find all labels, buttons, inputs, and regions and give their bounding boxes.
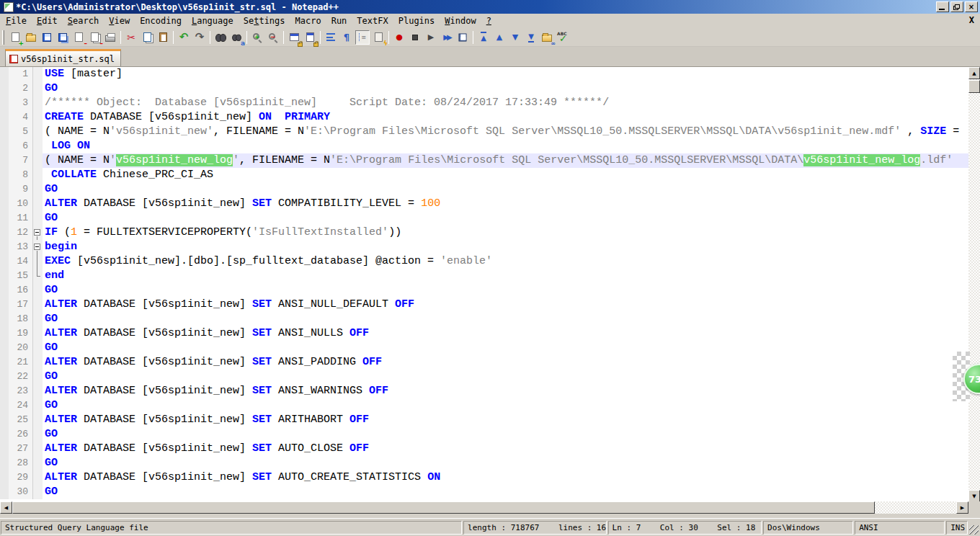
code-text[interactable]: IF (1 = FULLTEXTSERVICEPROPERTY('IsFullT… [43,225,968,240]
code-line-1[interactable]: 1USE [master] [0,67,968,81]
code-line-22[interactable]: 22GO [0,370,968,384]
code-text[interactable]: begin [43,240,968,254]
code-text[interactable]: GO [43,312,968,326]
code-text[interactable]: GO [43,370,968,384]
run-macro-multiple-icon[interactable]: ▶▶ [440,30,454,45]
bookmark-margin[interactable] [0,153,9,168]
bookmark-margin[interactable] [0,168,9,182]
line-number[interactable]: 15 [9,269,33,283]
code-text[interactable]: ALTER DATABASE [v56sp1init_new] SET ANSI… [43,298,968,312]
bookmark-margin[interactable] [0,355,9,370]
line-number[interactable]: 1 [9,67,33,81]
sync-vertical-scroll-icon[interactable] [287,30,301,45]
menu-item-help[interactable]: ? [481,14,496,27]
undo-icon[interactable]: ↶ [177,30,191,45]
bookmark-margin[interactable] [0,398,9,413]
code-text[interactable]: GO [43,398,968,413]
code-line-14[interactable]: 14EXEC [v56sp1init_new].[dbo].[sp_fullte… [0,254,968,269]
close-all-icon[interactable]: – [87,30,102,45]
code-text[interactable]: GO [43,283,968,298]
collapse-level-icon[interactable]: ▲ [492,30,507,45]
menubar-close-doc-x[interactable]: X [969,15,974,25]
code-line-23[interactable]: 23ALTER DATABASE [v56sp1init_new] SET AN… [0,384,968,398]
bookmark-margin[interactable] [0,384,9,398]
code-text[interactable]: ALTER DATABASE [v56sp1init_new] SET AUTO… [43,470,968,485]
code-text[interactable]: GO [43,211,968,225]
line-number[interactable]: 18 [9,312,33,326]
bookmark-margin[interactable] [0,312,9,326]
scroll-up-button[interactable]: ▲ [968,67,980,79]
bookmark-margin[interactable] [0,456,9,470]
redo-icon[interactable]: ↷ [192,30,207,45]
code-line-17[interactable]: 17ALTER DATABASE [v56sp1init_new] SET AN… [0,298,968,312]
open-containing-folder-icon[interactable]: ∞ [540,30,554,45]
bookmark-margin[interactable] [0,139,9,153]
line-number[interactable]: 6 [9,139,33,153]
code-line-19[interactable]: 19ALTER DATABASE [v56sp1init_new] SET AN… [0,326,968,341]
code-text[interactable]: ALTER DATABASE [v56sp1init_new] SET COMP… [43,197,968,211]
line-number[interactable]: 16 [9,283,33,298]
function-completion-icon[interactable]: ϟ [371,30,386,45]
close-button[interactable]: × [965,1,978,12]
resize-grip[interactable] [969,525,979,535]
menu-item-language[interactable]: Language [187,14,239,27]
line-number[interactable]: 20 [9,341,33,355]
play-macro-icon[interactable]: ▶ [424,30,438,45]
bookmark-margin[interactable] [0,254,9,269]
menu-item-search[interactable]: Search [63,14,104,27]
code-line-8[interactable]: 8 COLLATE Chinese_PRC_CI_AS [0,168,968,182]
menu-item-file[interactable]: File [1,14,32,27]
word-wrap-icon[interactable] [324,30,338,45]
print-icon[interactable] [103,30,117,45]
code-text[interactable]: ALTER DATABASE [v56sp1init_new] SET AUTO… [43,442,968,456]
code-line-2[interactable]: 2GO [0,81,968,96]
code-line-25[interactable]: 25ALTER DATABASE [v56sp1init_new] SET AR… [0,413,968,427]
bookmark-margin[interactable] [0,298,9,312]
code-line-9[interactable]: 9GO [0,182,968,197]
code-line-30[interactable]: 30GO [0,485,968,499]
horizontal-scroll-thumb[interactable] [12,501,875,514]
line-number[interactable]: 24 [9,398,33,413]
line-number[interactable]: 9 [9,182,33,197]
menu-item-edit[interactable]: Edit [32,14,63,27]
code-line-29[interactable]: 29ALTER DATABASE [v56sp1init_new] SET AU… [0,470,968,485]
code-text[interactable]: GO [43,427,968,442]
code-text[interactable]: ALTER DATABASE [v56sp1init_new] SET ANSI… [43,355,968,370]
show-all-characters-icon[interactable]: ¶ [339,30,354,45]
line-number[interactable]: 17 [9,298,33,312]
horizontal-scrollbar[interactable]: ◀ ▶ [0,501,968,514]
stop-macro-icon[interactable] [408,30,422,45]
bookmark-margin[interactable] [0,81,9,96]
line-number[interactable]: 13 [9,240,33,254]
save-macro-icon[interactable] [455,30,470,45]
bookmark-margin[interactable] [0,370,9,384]
bookmark-margin[interactable] [0,341,9,355]
code-text[interactable]: ALTER DATABASE [v56sp1init_new] SET ARIT… [43,413,968,427]
line-number[interactable]: 26 [9,427,33,442]
menu-item-settings[interactable]: Settings [239,14,290,27]
close-file-icon[interactable]: – [71,30,86,45]
bookmark-margin[interactable] [0,67,9,81]
menu-item-encoding[interactable]: Encoding [135,14,187,27]
code-line-6[interactable]: 6 LOG ON [0,139,968,153]
record-macro-icon[interactable]: ● [392,30,406,45]
unfold-all-icon[interactable]: ▼ [524,30,538,45]
line-number[interactable]: 3 [9,96,33,110]
code-text[interactable]: GO [43,456,968,470]
code-line-13[interactable]: 13begin [0,240,968,254]
code-line-11[interactable]: 11GO [0,211,968,225]
scroll-right-button[interactable]: ▶ [956,501,968,514]
code-line-26[interactable]: 26GO [0,427,968,442]
code-line-12[interactable]: 12IF (1 = FULLTEXTSERVICEPROPERTY('IsFul… [0,225,968,240]
code-text[interactable]: CREATE DATABASE [v56sp1init_new] ON PRIM… [43,110,968,125]
scroll-left-button[interactable]: ◀ [0,501,12,514]
code-text[interactable]: USE [master] [43,67,968,81]
line-number[interactable]: 21 [9,355,33,370]
code-text[interactable]: COLLATE Chinese_PRC_CI_AS [43,168,968,182]
line-number[interactable]: 11 [9,211,33,225]
code-line-28[interactable]: 28GO [0,456,968,470]
code-line-18[interactable]: 18GO [0,312,968,326]
restore-button[interactable] [950,1,963,12]
line-number[interactable]: 12 [9,225,33,240]
code-line-15[interactable]: 15end [0,269,968,283]
